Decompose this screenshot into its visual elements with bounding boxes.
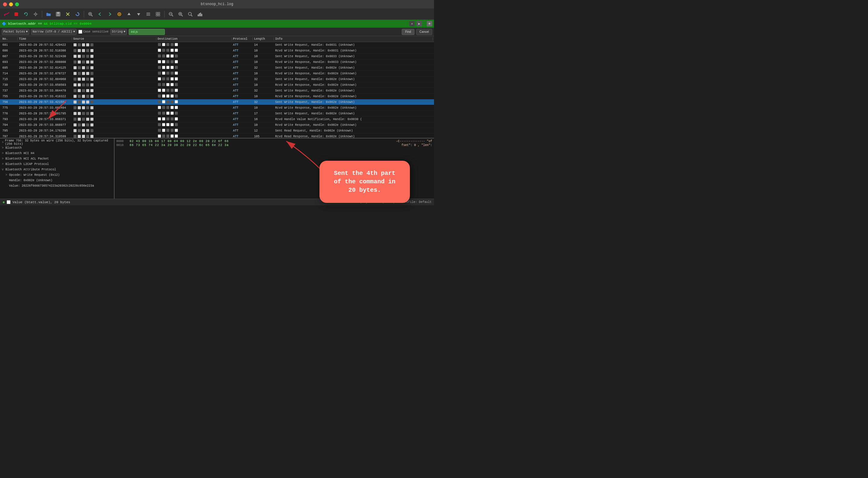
stop-button[interactable] — [12, 10, 21, 19]
scroll-up-icon[interactable] — [125, 10, 133, 19]
table-row[interactable]: 793 2023-03-29 20:57:33.868371 ATT 16 Rc… — [0, 116, 434, 122]
cell-time: 2023-03-29 20:57:32.614125 — [18, 66, 72, 70]
shark-icon[interactable] — [2, 10, 11, 19]
open-folder-icon[interactable] — [44, 10, 53, 19]
table-row[interactable]: 715 2023-03-29 20:57:32.884968 ATT 32 Se… — [0, 76, 434, 82]
close-capture-icon[interactable] — [64, 10, 72, 19]
cell-destination — [156, 60, 232, 64]
statusbar-left: ● Value (btatt.value), 20 bytes — [2, 200, 70, 205]
table-row[interactable]: 693 2023-03-29 20:57:32.608808 ATT 10 Rc… — [0, 59, 434, 65]
cell-no: 695 — [1, 66, 18, 70]
case-sensitive-checkbox[interactable]: Case sensitive — [79, 30, 108, 34]
detail-item[interactable]: Handle: 0x002e (Unknown) — [0, 178, 114, 183]
hex-row: 0000 02 43 00 1b 00 17 00 04 00 12 2e 00… — [116, 140, 432, 143]
grid-view-icon[interactable] — [154, 10, 162, 19]
encoding-dropdown[interactable]: Narrow (UTF-8 / ASCII) ▼ — [31, 29, 76, 35]
table-row[interactable]: 755 2023-03-29 20:57:33.418322 ATT 10 Rc… — [0, 94, 434, 99]
table-row[interactable]: 695 2023-03-29 20:57:32.614125 ATT 32 Se… — [0, 65, 434, 71]
zoom-in-time-icon[interactable] — [176, 10, 185, 19]
zoom-fit-icon[interactable] — [186, 10, 194, 19]
zoom-out-time-icon[interactable] — [167, 10, 175, 19]
detail-item[interactable]: Value: 20226f6666736574223a20302c20226c6… — [0, 183, 114, 189]
cell-no: 793 — [1, 118, 18, 121]
maximize-button[interactable] — [15, 2, 19, 6]
svg-line-29 — [181, 15, 183, 16]
reload-button[interactable] — [22, 10, 30, 19]
cell-info: Sent Write Request, Handle: 0x002e (Unkn… — [274, 89, 433, 93]
minimize-button[interactable] — [9, 2, 13, 6]
detail-item[interactable]: > Bluetooth — [0, 145, 114, 150]
hex-offset: 0010 — [116, 144, 127, 147]
detail-item[interactable]: > Bluetooth HCI ACL Packet — [0, 156, 114, 161]
svg-line-11 — [91, 15, 93, 16]
cell-protocol: ATT — [232, 112, 253, 115]
cell-destination — [156, 89, 232, 93]
table-row[interactable]: 737 2023-03-29 20:57:33.064478 ATT 32 Se… — [0, 88, 434, 94]
filter-arrow-button[interactable]: ▶ — [416, 21, 422, 27]
search-input[interactable] — [129, 29, 165, 35]
table-row[interactable]: 681 2023-03-29 20:57:32.429422 ATT 14 Se… — [0, 42, 434, 48]
cell-time: 2023-03-29 20:57:32.518386 — [18, 49, 72, 53]
header-source: Source — [72, 37, 156, 41]
statusbar-checkbox[interactable] — [7, 200, 10, 204]
table-row[interactable]: 794 2023-03-29 20:57:33.868977 ATT 10 Rc… — [0, 122, 434, 128]
filter-add-button[interactable]: + — [427, 21, 432, 27]
cancel-search-button[interactable]: Cancel — [416, 29, 432, 35]
save-file-icon[interactable] — [54, 10, 62, 19]
find-button[interactable]: Find — [402, 29, 414, 35]
detail-text: Frame 756: 32 bytes on wire (256 bits), … — [5, 139, 112, 146]
table-row[interactable]: 756 2023-03-29 20:57:33.421552 ATT 32 Se… — [0, 99, 434, 105]
header-no: No. — [1, 37, 18, 41]
table-row[interactable]: 776 2023-03-29 20:57:33.691795 ATT 17 Se… — [0, 111, 434, 116]
cell-time: 2023-03-29 20:57:33.421552 — [18, 101, 72, 104]
table-row[interactable]: 775 2023-03-29 20:57:33.688494 ATT 10 Rc… — [0, 105, 434, 111]
back-icon[interactable] — [96, 10, 104, 19]
detail-item[interactable]: > Bluetooth L2CAP Protocol — [0, 161, 114, 167]
detail-item[interactable]: > Opcode: Write Request (0x12) — [0, 172, 114, 178]
filter-clear-button[interactable]: ✕ — [409, 21, 415, 27]
svg-line-26 — [172, 15, 173, 16]
graph-icon[interactable] — [195, 10, 204, 19]
cell-source — [72, 135, 156, 138]
table-row[interactable]: 686 2023-03-29 20:57:32.518386 ATT 10 Rc… — [0, 48, 434, 54]
cell-info: Rcvd Handle Value Notification, Handle: … — [274, 118, 433, 121]
hex-bytes: 02 43 00 1b 00 17 00 04 00 12 2e 00 20 2… — [130, 140, 394, 143]
forward-icon[interactable] — [105, 10, 114, 19]
refresh-icon[interactable] — [73, 10, 82, 19]
cell-protocol: ATT — [232, 78, 253, 81]
detail-item[interactable]: > Bluetooth HCI H4 — [0, 150, 114, 156]
cell-info: Sent Write Request, Handle: 0x002e (Unkn… — [274, 101, 433, 104]
capture-options-icon[interactable] — [115, 10, 124, 19]
string-type-dropdown[interactable]: String ▼ — [110, 29, 127, 35]
settings-icon[interactable] — [31, 10, 40, 19]
cell-protocol: ATT — [232, 124, 253, 127]
cell-protocol: ATT — [232, 43, 253, 47]
search-type-dropdown[interactable]: Packet bytes ▼ — [2, 29, 29, 35]
case-sensitive-input[interactable] — [79, 30, 82, 34]
header-protocol: Protocol — [232, 37, 253, 41]
cell-time: 2023-03-29 20:57:32.608808 — [18, 61, 72, 64]
filter-label: bluetooth.addr == — [8, 22, 42, 26]
detail-item[interactable]: v Bluetooth Attribute Protocol — [0, 167, 114, 172]
cell-protocol: ATT — [232, 66, 253, 70]
detail-panel[interactable]: > Frame 756: 32 bytes on wire (256 bits)… — [0, 138, 115, 199]
cell-protocol: ATT — [232, 118, 253, 121]
zoom-in-icon[interactable] — [86, 10, 95, 19]
cell-protocol: ATT — [232, 83, 253, 87]
table-row[interactable]: 797 2023-03-29 20:57:34.319599 ATT 105 R… — [0, 134, 434, 138]
table-row[interactable]: 687 2023-03-29 20:57:32.522430 ATT 10 Se… — [0, 54, 434, 59]
close-button[interactable] — [3, 2, 7, 6]
cell-no: 730 — [1, 83, 18, 87]
table-row[interactable]: 730 2023-03-29 20:57:33.058503 ATT 10 Rc… — [0, 82, 434, 88]
cell-length: 10 — [253, 72, 274, 75]
table-row[interactable]: 795 2023-03-29 20:57:34.176298 ATT 12 Se… — [0, 128, 434, 134]
cell-source — [72, 95, 156, 98]
expand-icon: > — [2, 152, 5, 155]
list-view-icon[interactable] — [144, 10, 153, 19]
cell-length: 32 — [253, 66, 274, 70]
table-row[interactable]: 714 2023-03-29 20:57:32.878727 ATT 10 Rc… — [0, 71, 434, 76]
sep2 — [84, 11, 84, 18]
scroll-down-icon[interactable] — [134, 10, 143, 19]
packet-list[interactable]: No. Time Source Destination Protocol Len… — [0, 36, 434, 138]
detail-item[interactable]: > Frame 756: 32 bytes on wire (256 bits)… — [0, 140, 114, 145]
